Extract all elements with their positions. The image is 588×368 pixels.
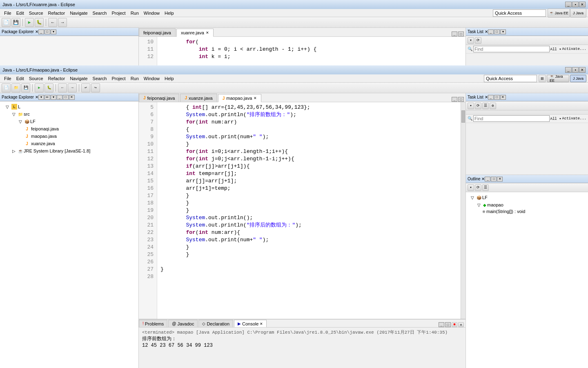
menu-project-2[interactable]: Project [109,76,128,81]
perspective-javaee-2[interactable]: ☕ Java EE [547,75,569,82]
perspective-java-1[interactable]: J Java [570,9,586,18]
menu-search-1[interactable]: Search [90,11,109,16]
save-btn-1[interactable]: 💾 [11,18,20,27]
menu-run-1[interactable]: Run [128,11,141,16]
perspective-java-2[interactable]: J Java [570,75,586,82]
tb-back-2[interactable]: ← [58,83,67,92]
menu-window-1[interactable]: Window [141,11,162,16]
editor-max-1[interactable]: □ [458,31,464,36]
project-tree[interactable]: ▽ L L ▽ 📁 src ▽ 📦 LF J [0,101,138,368]
tab-console[interactable]: ▶ Console ✕ [234,320,267,327]
tab-xuanze-2[interactable]: J xuanze.java [180,94,217,102]
tb-5[interactable]: ↩ [81,83,90,92]
debug-btn-1[interactable]: 🐛 [35,18,44,27]
menu-edit-2[interactable]: Edit [14,76,27,81]
menu-source-1[interactable]: Source [27,11,46,16]
tab-declaration[interactable]: ◇ Declaration [198,320,233,327]
minimize-btn-1[interactable]: _ [565,2,572,7]
menu-help-2[interactable]: Help [162,76,176,81]
perspective-javaee-1[interactable]: ☕ Java EE [548,9,570,18]
code-area-2[interactable]: 56789 1011121314 1516171819 2021222324 2… [139,102,466,319]
tb-2[interactable]: 📁 [11,83,20,92]
find-all-1[interactable]: All ▾ [550,47,561,52]
outline-tb-a[interactable]: ▾ [468,184,474,191]
menu-file-1[interactable]: File [2,11,14,16]
tab-feiponaqi-1[interactable]: feiponaqi.java [139,28,176,36]
tree-item-maopao[interactable]: J maopao.java [1,132,138,140]
run-btn-1[interactable]: ▶ [25,18,34,27]
menu-search-2[interactable]: Search [90,76,109,81]
console-tab-close[interactable]: ✕ [260,322,263,326]
task-max-2[interactable]: □ [494,95,500,100]
close-btn-2[interactable]: ✕ [579,67,586,73]
pe-min-2[interactable]: _ [57,95,62,100]
tab-problems[interactable]: ! Problems [139,320,167,327]
outline-min[interactable]: _ [485,177,490,182]
tab-maopao-2[interactable]: J maopao.java ✕ [218,94,262,102]
task-tb-d[interactable]: ⚙ [490,103,496,109]
tab-javadoc[interactable]: @ Javadoc [168,320,198,327]
task-min-2[interactable]: _ [488,95,494,100]
quick-access-input-2[interactable] [484,75,537,82]
outline-tb-b[interactable]: ⟳ [475,184,481,191]
menu-navigate-1[interactable]: Navigate [67,11,90,16]
close-btn-1[interactable]: ✕ [579,2,586,7]
editor-min-1[interactable]: _ [452,31,457,36]
menu-file-2[interactable]: File [2,76,14,81]
tb-6[interactable]: ↪ [91,83,100,92]
restore-btn-2[interactable]: ▪ [572,67,579,73]
tb-new-2[interactable]: 📄 [2,83,11,92]
tb-run-2[interactable]: ▶ [35,83,44,92]
find-input-1[interactable] [473,46,550,52]
task-tb-2[interactable]: ⟳ [475,37,481,44]
task-tb-b[interactable]: ⟳ [475,103,481,109]
pe-close-1[interactable]: ▾ [51,29,56,34]
outline-item-main[interactable]: ◉ main(String[]) : void [468,209,586,214]
prev-edit-1[interactable]: ← [48,18,57,27]
tree-item-xuanze[interactable]: J xuanze.java [1,140,138,147]
code-area-1[interactable]: 10 11 12 for( int i = 0; i < arr.length … [139,37,466,65]
pe-max-2[interactable]: □ [63,95,69,100]
menu-source-2[interactable]: Source [27,76,46,81]
tb-3[interactable]: 💾 [21,83,30,92]
scrollbar-thumb-2[interactable] [461,110,465,123]
tree-item-src[interactable]: ▽ 📁 src [1,110,138,118]
tree-item-feiponaqi[interactable]: J feiponaqi.java [1,125,138,132]
menu-help-1[interactable]: Help [162,11,176,16]
pe-close-2[interactable]: ✕ [69,95,75,100]
menu-window-2[interactable]: Window [141,76,162,81]
restore-btn-1[interactable]: ▪ [572,2,579,7]
tb-debug-2[interactable]: 🐛 [45,83,53,92]
task-tb-1[interactable]: ▾ [468,37,474,44]
tb-fwd-2[interactable]: → [68,83,77,92]
next-edit-1[interactable]: → [58,18,67,27]
menu-project-1[interactable]: Project [109,11,128,16]
activate-2[interactable]: Activate... [562,117,586,121]
code-content-1[interactable]: for( int i = 0; i < arr.length - 1; i++)… [157,37,466,65]
activate-1[interactable]: Activate... [562,47,586,51]
console-min[interactable]: _ [439,322,444,327]
pe-collapse-2[interactable]: ▾ [38,95,44,100]
outline-close[interactable]: ✕ [497,177,503,182]
console-stop[interactable]: ■ [452,322,457,327]
pe-max-1[interactable]: □ [45,29,50,34]
tree-item-jre[interactable]: ▷ ☕ JRE System Library [JavaSE-1.8] [1,147,138,155]
open-perspective-btn-2[interactable]: ⊞ [539,75,546,82]
console-clear[interactable]: ✕ [458,322,464,327]
pe-minimize-1[interactable]: _ [38,29,44,34]
menu-refactor-1[interactable]: Refactor [46,11,68,16]
editor-max-2[interactable]: □ [458,97,464,102]
tab-xuanre-1[interactable]: xuanre.java ✕ [176,29,214,37]
menu-navigate-2[interactable]: Navigate [67,76,90,81]
task-tb-a[interactable]: ▾ [468,103,474,109]
task-close-1[interactable]: ▾ [500,29,506,34]
task-min-1[interactable]: _ [488,29,494,34]
outline-item-maopao[interactable]: ▽ ◆ maopao [468,201,586,209]
console-max[interactable]: □ [445,322,451,327]
outline-tree[interactable]: ▽ 📦 LF ▽ ◆ maopao ◉ main(String[]) : voi… [466,192,588,368]
task-close-2[interactable]: ✕ [500,95,506,100]
menu-run-2[interactable]: Run [128,76,141,81]
task-tb-c[interactable]: ☰ [482,103,489,109]
menu-refactor-2[interactable]: Refactor [46,76,68,81]
menu-edit-1[interactable]: Edit [14,11,27,16]
